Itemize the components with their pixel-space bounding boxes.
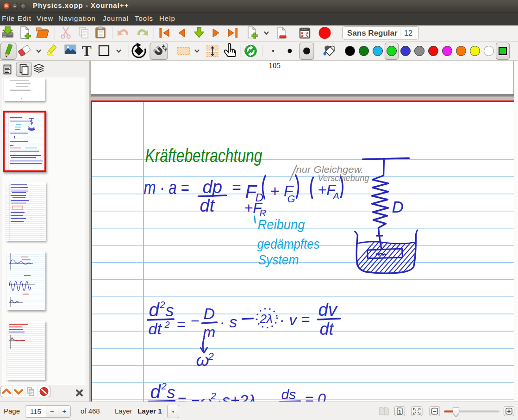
svg-text:d: d [150, 382, 161, 401]
svg-text:Kräftebetrachtung: Kräftebetrachtung [145, 145, 262, 166]
svg-text:dt: dt [319, 320, 334, 339]
svg-text:dp: dp [202, 177, 222, 197]
svg-text:System: System [258, 252, 299, 267]
svg-text:12: 12 [404, 29, 412, 37]
svg-text:2: 2 [210, 391, 216, 401]
svg-text:dt: dt [148, 320, 162, 338]
svg-text:gedämpftes: gedämpftes [257, 236, 319, 251]
svg-text:Reibung: Reibung [257, 217, 305, 232]
svg-text:m: m [203, 324, 215, 340]
svg-text:=: = [231, 178, 241, 196]
svg-text:s: s [167, 383, 175, 401]
svg-text:−: − [190, 313, 199, 329]
svg-text:2: 2 [159, 300, 165, 310]
svg-text:=: = [177, 391, 186, 401]
svg-text:G: G [287, 193, 295, 205]
svg-text:· s: · s [219, 313, 237, 331]
svg-text:+2λ: +2λ [230, 391, 256, 401]
svg-text:dt: dt [200, 196, 215, 215]
svg-text:ds: ds [281, 387, 296, 401]
svg-text:= 0: = 0 [305, 390, 326, 401]
svg-text:ω: ω [196, 351, 209, 370]
svg-text:d: d [149, 300, 160, 320]
svg-text:m · a =: m · a = [144, 177, 189, 198]
svg-text:ω: ω [200, 393, 212, 401]
svg-text:−: − [191, 392, 200, 401]
svg-text:s: s [165, 301, 174, 320]
svg-text:T: T [82, 43, 92, 59]
svg-text:·s: ·s [217, 391, 230, 401]
svg-text:2: 2 [161, 381, 166, 391]
svg-text:=: = [176, 316, 185, 332]
svg-text:2: 2 [207, 351, 213, 362]
svg-text:1: 1 [399, 409, 401, 414]
svg-text:D: D [392, 198, 403, 216]
svg-text:A: A [332, 191, 339, 201]
svg-text:· v: · v [279, 311, 298, 328]
svg-text:D: D [203, 305, 215, 322]
svg-text:=: = [301, 311, 310, 327]
svg-text:dv: dv [318, 300, 337, 320]
svg-text:2λ: 2λ [259, 312, 272, 326]
svg-text:2: 2 [164, 320, 169, 330]
svg-text:Sans Regular: Sans Regular [347, 29, 398, 38]
